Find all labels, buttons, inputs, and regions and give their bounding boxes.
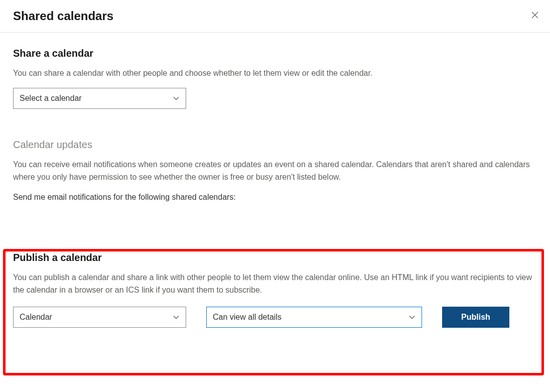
dialog-title: Shared calendars — [13, 9, 113, 23]
share-calendar-select[interactable]: Select a calendar — [13, 88, 186, 109]
chevron-down-icon — [408, 314, 416, 321]
updates-subtext: Send me email notifications for the foll… — [13, 191, 537, 204]
share-section: Share a calendar You can share a calenda… — [13, 33, 537, 109]
publish-section: Publish a calendar You can publish a cal… — [13, 212, 537, 328]
updates-description: You can receive email notifications when… — [13, 159, 537, 184]
chevron-down-icon — [173, 314, 180, 321]
publish-title: Publish a calendar — [13, 252, 537, 264]
publish-permission-select[interactable]: Can view all details — [206, 307, 422, 328]
updates-title: Calendar updates — [13, 139, 537, 151]
publish-calendar-select[interactable]: Calendar — [13, 307, 186, 328]
publish-controls: Calendar Can view all details Publish — [13, 307, 537, 328]
chevron-down-icon — [173, 95, 180, 102]
dialog-content: Share a calendar You can share a calenda… — [0, 33, 550, 328]
share-title: Share a calendar — [13, 48, 537, 59]
publish-permission-select-value: Can view all details — [213, 313, 282, 322]
close-button[interactable] — [529, 9, 541, 23]
close-icon — [531, 11, 539, 21]
share-description: You can share a calendar with other peop… — [13, 67, 537, 80]
dialog-header: Shared calendars — [0, 0, 550, 33]
share-calendar-select-value: Select a calendar — [20, 94, 82, 103]
publish-button-label: Publish — [461, 313, 490, 322]
updates-section: Calendar updates You can receive email n… — [13, 109, 537, 204]
publish-button[interactable]: Publish — [442, 307, 509, 328]
publish-description: You can publish a calendar and share a l… — [13, 272, 537, 297]
publish-calendar-select-value: Calendar — [20, 313, 52, 322]
